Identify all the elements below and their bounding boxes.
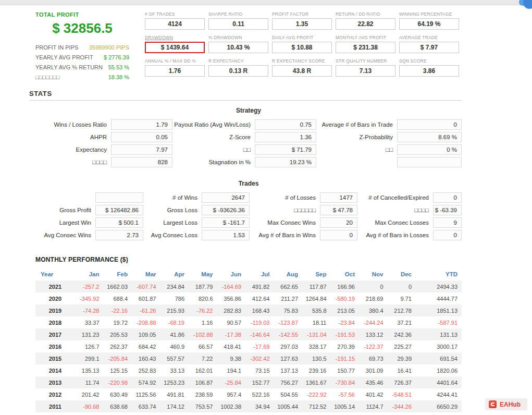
value-cell: 174.12 <box>160 400 189 412</box>
value-cell: 165.32 <box>132 412 160 415</box>
monthly-performance-table: YearJanFebMarAprMayJunJulAugSepOctNovDec… <box>35 268 462 415</box>
value-cell: -23.84 <box>331 316 360 328</box>
summary-section: TOTAL PROFIT $ 32856.5 PROFIT IN PIPS359… <box>35 11 462 82</box>
value-cell: 638.68 <box>104 400 132 412</box>
eahub-watermark[interactable]: EAHub <box>485 398 527 410</box>
summary-row-label: □□□□□□□ <box>35 72 60 82</box>
value-cell: 401.42 <box>359 388 388 400</box>
stat-value: $ 71.79 <box>255 144 316 155</box>
trades-section-title: Trades <box>35 180 462 187</box>
metric-sqn-score: SQN SCORE3.86 <box>399 58 459 77</box>
value-cell: -607.74 <box>132 280 160 292</box>
value-cell: 19.72 <box>104 316 132 328</box>
stat-label: Avg Consec Wins <box>35 230 95 240</box>
stat-label <box>35 192 95 203</box>
stat-value: 0 <box>397 119 462 130</box>
year-cell: 2013 <box>35 376 75 388</box>
table-row-2010: 2010670.29-248.39165.32408.37613.21549.6… <box>35 412 462 415</box>
value-cell: 106.87 <box>189 376 217 388</box>
value-cell: 418.41 <box>217 340 246 352</box>
value-cell: -164.69 <box>217 280 246 292</box>
value-cell: 535.8 <box>302 304 331 316</box>
metric-value: 3.86 <box>399 65 459 77</box>
value-cell: 0 <box>359 280 388 292</box>
metric-value: 43.8 R <box>272 65 332 77</box>
value-cell: 504.55 <box>274 388 303 400</box>
value-cell: 1125.56 <box>132 388 160 400</box>
value-cell: 194.1 <box>217 364 246 376</box>
stat-label: □□ <box>172 144 255 155</box>
value-cell: -17.38 <box>217 328 246 340</box>
value-cell: 18.11 <box>302 316 331 328</box>
stat-value: $ 126482.86 <box>95 205 143 215</box>
stat-value: 1.53 <box>202 230 250 240</box>
summary-row: YEARLY AVG % RETURN55.53 % <box>35 63 129 72</box>
value-cell: 753.57 <box>189 400 217 412</box>
value-cell: 557.57 <box>160 352 189 364</box>
strategy-grid: Wins / Losses Ratio1.79Payout Ratio (Avg… <box>35 119 462 167</box>
value-cell: 549.65 <box>217 412 246 415</box>
stat-value <box>95 192 143 203</box>
value-cell: 9.38 <box>217 352 246 364</box>
value-cell: 37.21 <box>388 316 416 328</box>
col-header-nov: Nov <box>359 268 388 280</box>
stat-label: □□ <box>316 144 397 155</box>
metric-value: $ 1439.64 <box>145 42 205 53</box>
value-cell: 1005.14 <box>331 400 360 412</box>
browser-extension-icon[interactable] <box>517 0 532 9</box>
stat-label: □□□□ <box>35 157 111 167</box>
stat-label: # of Cancelled/Expired <box>357 192 433 203</box>
col-header-jun: Jun <box>217 268 246 280</box>
stat-value: 0.75 <box>255 119 316 130</box>
col-header-sep: Sep <box>302 268 331 280</box>
value-cell: 41.86 <box>160 328 189 340</box>
value-cell: 270.39 <box>331 340 360 352</box>
value-cell: 820.6 <box>189 292 217 304</box>
col-header-mar: Mar <box>132 268 160 280</box>
stat-value: 0 <box>320 230 357 240</box>
value-cell: 549.95 <box>359 412 388 415</box>
value-cell: 691.54 <box>416 352 462 364</box>
table-row-2015: 2015299.1-205.84160.43557.577.229.38-302… <box>35 352 462 364</box>
value-cell: 130.5 <box>302 352 331 364</box>
blue-circle-icon <box>523 0 532 9</box>
value-cell: 90.57 <box>217 316 246 328</box>
value-cell: -730.84 <box>331 376 360 388</box>
value-cell: 684.42 <box>132 340 160 352</box>
summary-row-value: 55.53 % <box>108 63 129 72</box>
value-cell: 200.16 <box>245 412 274 415</box>
value-cell: 613.21 <box>189 412 217 415</box>
value-cell: 491.81 <box>160 388 189 400</box>
value-cell: 238.59 <box>189 388 217 400</box>
metric-label: DRAWDOWN <box>145 35 205 40</box>
value-cell: 9.71 <box>388 292 416 304</box>
metric-sharpe-ratio: SHARPE RATIO0.11 <box>208 11 268 30</box>
metric-value: 1.76 <box>145 65 205 77</box>
stat-value: 9 <box>433 217 462 228</box>
value-cell: 522.16 <box>245 388 274 400</box>
year-cell: 2017 <box>35 328 75 340</box>
value-cell: 127.63 <box>274 352 303 364</box>
stat-label: Z-Score <box>172 132 255 142</box>
table-row-2020: 2020-345.92688.4601.87786820.6356.86412.… <box>35 292 462 304</box>
year-cell: 2016 <box>35 340 75 352</box>
value-cell: -50.4 <box>274 412 303 415</box>
value-cell: -257.2 <box>75 280 104 292</box>
stat-value: 8.69 % <box>397 132 462 142</box>
year-cell: 2021 <box>35 280 75 292</box>
metric-value: 7.13 <box>336 65 395 77</box>
value-cell: 225.27 <box>388 340 416 352</box>
value-cell: 662.65 <box>274 280 303 292</box>
metric-label: # OF TRADES <box>145 11 205 17</box>
col-header-apr: Apr <box>160 268 189 280</box>
stat-value: 828 <box>111 157 172 167</box>
table-row-2018: 201833.3719.72-208.88-68.191.1690.57-119… <box>35 316 462 328</box>
value-cell: 205.53 <box>104 328 132 340</box>
value-cell: 11.74 <box>75 376 104 388</box>
value-cell: 957.4 <box>217 388 246 400</box>
value-cell: 1851.13 <box>416 304 462 316</box>
stat-value: 2647 <box>202 192 250 203</box>
value-cell: 3000.17 <box>416 340 462 352</box>
value-cell: -142.55 <box>274 328 303 340</box>
monthly-table-body: 2021-257.21662.03-607.74234.84187.79-164… <box>35 280 462 415</box>
